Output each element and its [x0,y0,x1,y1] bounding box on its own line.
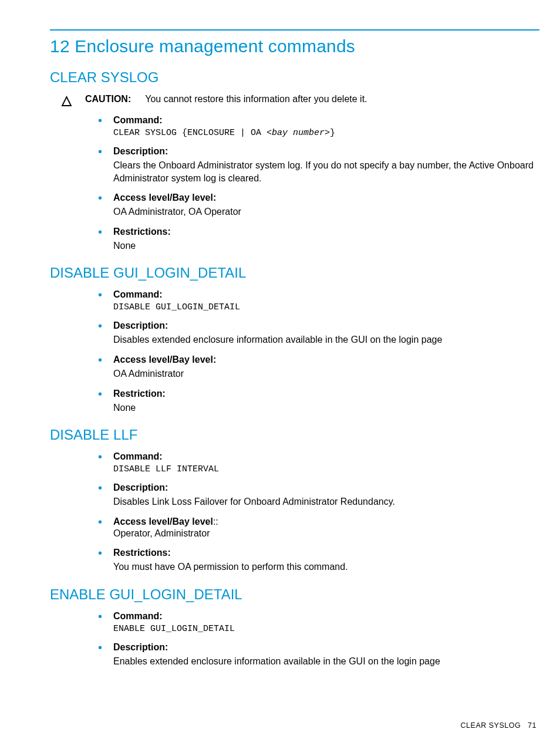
list-item: Command:ENABLE GUI_LOGIN_DETAIL [98,611,539,634]
section-heading: DISABLE LLF [50,427,539,443]
list-item: Description:Clears the Onboard Administr… [98,146,539,184]
item-body: Disables Link Loss Failover for Onboard … [113,495,539,508]
footer-text: CLEAR SYSLOG [461,721,521,730]
list-item: Restrictions:You must have OA permission… [98,548,539,573]
chapter-heading: 12 Enclosure management commands [50,36,539,56]
item-label: Access level/Bay level: [113,355,539,365]
item-label: Restriction: [113,389,539,399]
chapter-number: 12 [50,36,70,56]
list-item: Command:DISABLE GUI_LOGIN_DETAIL [98,289,539,312]
item-body: Clears the Onboard Administrator system … [113,159,539,184]
item-label-suffix: :: [213,517,218,526]
section-heading: CLEAR SYSLOG [50,69,539,86]
list-item: Description:Disables Link Loss Failover … [98,482,539,508]
item-body: You must have OA permission to perform t… [113,561,539,573]
item-label: Restrictions: [113,227,539,237]
caution-icon: △ [62,94,85,107]
sections-container: CLEAR SYSLOG△CAUTION:You cannot restore … [50,69,539,668]
item-label: Command: [113,611,539,622]
item-label: Description: [113,482,539,493]
item-label: Command: [113,115,539,126]
item-body: Disables extended enclosure information … [113,333,539,346]
item-list: Command:DISABLE GUI_LOGIN_DETAILDescript… [98,289,539,414]
item-code: DISABLE GUI_LOGIN_DETAIL [113,302,539,312]
item-label: Description: [113,642,539,653]
list-item: Command:DISABLE LLF INTERVAL [98,451,539,474]
item-body: None [113,401,539,414]
top-rule [50,29,539,31]
caution-text: You cannot restore this information afte… [145,94,367,104]
list-item: Description:Disables extended enclosure … [98,320,539,346]
item-label: Access level/Bay level: [113,193,539,203]
item-body: Enables extended enclosure information a… [113,655,539,668]
item-body: OA Administrator, OA Operator [113,205,539,218]
caution-label: CAUTION: [85,94,131,104]
caution-row: △CAUTION:You cannot restore this informa… [62,94,539,107]
page-footer: CLEAR SYSLOG 71 [461,721,537,730]
item-label: Command: [113,451,539,462]
section-heading: ENABLE GUI_LOGIN_DETAIL [50,586,539,603]
list-item: Command:CLEAR SYSLOG {ENCLOSURE | OA <ba… [98,115,539,138]
item-code: CLEAR SYSLOG {ENCLOSURE | OA <bay number… [113,128,539,138]
list-item: Description:Enables extended enclosure i… [98,642,539,668]
item-body: None [113,239,539,252]
item-code: DISABLE LLF INTERVAL [113,464,539,474]
footer-page: 71 [528,721,537,730]
list-item: Restriction:None [98,389,539,414]
list-item: Access level/Bay level:OA Administrator,… [98,193,539,218]
chapter-title: Enclosure management commands [75,36,355,56]
item-label: Access level/Bay level [113,517,213,526]
item-code: ENABLE GUI_LOGIN_DETAIL [113,624,539,634]
item-list: Command:ENABLE GUI_LOGIN_DETAILDescripti… [98,611,539,668]
item-label: Restrictions: [113,548,539,558]
item-label: Command: [113,289,539,300]
item-body: OA Administrator [113,367,539,380]
item-list: Command:CLEAR SYSLOG {ENCLOSURE | OA <ba… [98,115,539,252]
item-list: Command:DISABLE LLF INTERVALDescription:… [98,451,539,573]
item-label: Description: [113,146,539,157]
list-item: Access level/Bay level::Operator, Admini… [98,517,539,540]
item-body: Operator, Administrator [113,527,539,540]
list-item: Restrictions:None [98,227,539,252]
section-heading: DISABLE GUI_LOGIN_DETAIL [50,265,539,281]
item-label: Description: [113,320,539,331]
list-item: Access level/Bay level:OA Administrator [98,355,539,380]
